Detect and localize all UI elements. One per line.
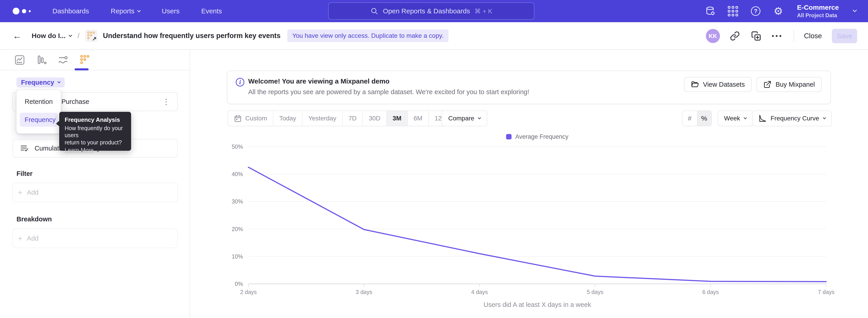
breadcrumb-label: How do I... [32, 32, 66, 39]
view-datasets-button[interactable]: View Datasets [684, 77, 752, 92]
range-today[interactable]: Today [273, 111, 302, 126]
chevron-down-icon [823, 116, 826, 119]
avatar[interactable]: KK [706, 29, 720, 43]
tab-insights[interactable] [14, 54, 25, 66]
help-icon[interactable]: ? [750, 6, 761, 16]
y-axis-labels: 0%10%20%30%40%50% [191, 147, 243, 284]
view-datasets-label: View Datasets [703, 81, 745, 88]
report-type-tabs [0, 50, 190, 70]
range-label: Today [279, 115, 296, 122]
banner-title: Welcome! You are viewing a Mixpanel demo [248, 78, 390, 85]
calendar-icon [234, 115, 242, 122]
menu-item-retention[interactable]: Retention [20, 95, 58, 109]
nav-item-dashboards[interactable]: Dashboards [53, 7, 89, 15]
breadcrumb[interactable]: How do I... [32, 32, 72, 39]
range-label: Custom [245, 115, 267, 122]
folder-icon [691, 80, 699, 88]
nav-item-users[interactable]: Users [162, 7, 180, 15]
buy-mixpanel-button[interactable]: Buy Mixpanel [756, 77, 822, 92]
arrow-up-right-icon: ↗ [92, 35, 96, 42]
percent-option[interactable]: % [697, 111, 711, 126]
range-6m[interactable]: 6M [407, 111, 428, 126]
breadcrumb-separator: / [78, 32, 79, 39]
tooltip-body2: return to your product? [65, 139, 126, 146]
report-title-bar: ← How do I... / ↗ Understand how frequen… [0, 22, 868, 50]
range-label: 30D [369, 115, 380, 122]
more-menu-icon[interactable]: ••• [771, 30, 784, 42]
x-axis-label: 4 days [471, 289, 488, 295]
filter-heading: Filter [17, 170, 33, 177]
chevron-down-icon [853, 9, 856, 13]
tooltip-body: How frequently do your users [65, 125, 126, 139]
duplicate-icon[interactable] [750, 30, 763, 42]
kebab-menu-icon[interactable]: ⋮ [160, 97, 172, 106]
save-button[interactable]: Save [832, 29, 857, 43]
absolute-numbers-option[interactable]: # [682, 111, 697, 126]
chart-type-dropdown[interactable]: Frequency Curve [752, 111, 832, 126]
frequency-analysis-tooltip: Frequency Analysis How frequently do you… [59, 112, 131, 151]
breakdown-heading: Breakdown [17, 215, 52, 223]
y-axis-label: 30% [191, 198, 243, 205]
plus-icon: + [18, 188, 22, 197]
learn-more-link[interactable]: Learn More [65, 147, 94, 153]
range-yesterday[interactable]: Yesterday [302, 111, 342, 126]
chart-legend[interactable]: Average Frequency [248, 133, 826, 141]
nav-item-events[interactable]: Events [201, 7, 222, 15]
copy-link-icon[interactable] [728, 30, 741, 42]
nav-label: Users [162, 7, 180, 15]
y-axis-label: 10% [191, 253, 243, 260]
nav-item-reports[interactable]: Reports [111, 7, 140, 15]
back-button[interactable]: ← [13, 31, 22, 41]
number-format-toggle: # % [682, 111, 712, 126]
mixpanel-logo-icon[interactable] [13, 8, 31, 15]
search-icon [370, 7, 378, 15]
x-axis-label: 6 days [702, 289, 719, 295]
add-label: Add [27, 189, 39, 196]
analysis-type-dropdown[interactable]: Frequency [17, 78, 65, 87]
report-title: Understand how frequently users perform … [103, 32, 281, 40]
x-axis-labels: 2 days3 days4 days5 days6 days7 days [248, 289, 826, 296]
nav-label: Reports [111, 7, 134, 15]
event-name: Purchase [61, 98, 89, 106]
tab-funnels[interactable] [36, 54, 47, 66]
apps-grid-icon[interactable] [728, 6, 738, 16]
range-7d[interactable]: 7D [342, 111, 363, 126]
interval-label: Week [724, 115, 740, 122]
range-label: 7D [348, 115, 357, 122]
project-switcher[interactable]: E-Commerce All Project Data [797, 4, 839, 19]
interval-dropdown[interactable]: Week [718, 111, 753, 126]
chart-type-label: Frequency Curve [771, 115, 819, 122]
filter-add-button[interactable]: + Add [12, 183, 178, 202]
range-label: 3M [393, 115, 401, 122]
y-axis-label: 50% [191, 144, 243, 150]
y-axis-label: 40% [191, 171, 243, 177]
analysis-type-menu: Retention Frequency [17, 90, 61, 134]
compare-label: Compare [448, 115, 474, 122]
range-custom[interactable]: Custom [228, 111, 273, 126]
divider [794, 30, 794, 42]
plus-icon: + [18, 234, 22, 243]
chevron-down-icon [69, 33, 72, 37]
chevron-down-icon [137, 9, 141, 12]
range-30d[interactable]: 30D [362, 111, 386, 126]
view-only-badge[interactable]: You have view only access. Duplicate to … [287, 29, 448, 42]
top-nav: Dashboards Reports Users Events Open Rep… [0, 0, 868, 22]
report-canvas: i Welcome! You are viewing a Mixpanel de… [191, 50, 868, 318]
data-management-icon[interactable] [705, 6, 716, 16]
range-3m[interactable]: 3M [386, 111, 407, 126]
y-axis-label: 20% [191, 226, 243, 232]
tab-flows[interactable] [57, 54, 69, 66]
compare-dropdown[interactable]: Compare [441, 111, 487, 126]
settings-gear-icon[interactable]: ⚙ [773, 6, 783, 16]
menu-item-frequency[interactable]: Frequency [20, 113, 58, 127]
frequency-curve-icon [758, 114, 767, 122]
close-button[interactable]: Close [804, 32, 822, 40]
x-axis-label: 2 days [240, 289, 257, 295]
global-search-input[interactable]: Open Reports & Dashboards ⌘ + K [328, 2, 534, 20]
legend-label: Average Frequency [515, 133, 568, 140]
breakdown-add-button[interactable]: + Add [12, 229, 178, 248]
report-sidebar: Frequency Purchase ⋮ Cumulative Frequenc… [0, 50, 190, 318]
tab-retention[interactable] [79, 54, 90, 66]
nav-right-cluster: ? ⚙ E-Commerce All Project Data [705, 0, 868, 22]
main-nav: Dashboards Reports Users Events [53, 7, 222, 15]
